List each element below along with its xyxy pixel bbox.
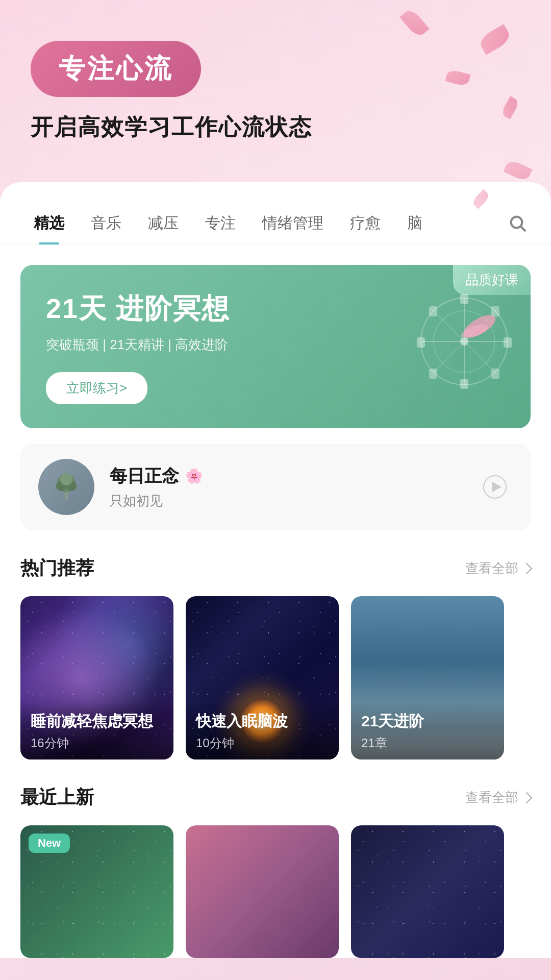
- hot-card-2-image: 快速入眠脑波 10分钟: [186, 596, 339, 760]
- recent-card-3[interactable]: [351, 825, 504, 958]
- daily-mindfulness-card[interactable]: 每日正念 🌸 只如初见: [20, 444, 531, 530]
- main-card: 精选 音乐 减压 专注 情绪管理 疗愈 脑 品质好课 21天 进阶冥想 突破瓶颈…: [0, 182, 551, 958]
- hot-card-3[interactable]: 21天进阶 21章: [351, 596, 504, 760]
- recent-card-2[interactable]: [186, 825, 339, 958]
- hero-badge: 专注心流: [31, 41, 201, 97]
- tab-jingxuan[interactable]: 精选: [20, 203, 78, 244]
- search-button[interactable]: [505, 211, 531, 236]
- hero-section: 专注心流 开启高效学习工作心流状态: [0, 0, 551, 162]
- banner-decoration: [413, 280, 515, 413]
- tab-navigation: 精选 音乐 减压 专注 情绪管理 疗愈 脑: [0, 203, 551, 244]
- tab-music[interactable]: 音乐: [78, 203, 135, 244]
- search-icon: [508, 213, 528, 234]
- svg-point-23: [60, 473, 72, 485]
- svg-point-16: [460, 337, 468, 346]
- hot-card-3-image: 21天进阶 21章: [351, 596, 504, 760]
- new-badge: New: [29, 834, 70, 853]
- svg-rect-13: [491, 306, 499, 316]
- svg-rect-10: [417, 337, 425, 348]
- petal-icon: 🌸: [185, 468, 203, 484]
- stars-deep-overlay: [351, 825, 504, 958]
- svg-rect-12: [429, 306, 437, 316]
- hero-subtitle: 开启高效学习工作心流状态: [31, 112, 520, 141]
- hot-section-header: 热门推荐 查看全部: [0, 556, 551, 581]
- recent-section-header: 最近上新 查看全部: [0, 785, 551, 810]
- svg-line-1: [521, 227, 525, 231]
- recent-section-title: 最近上新: [20, 785, 94, 810]
- tab-heal[interactable]: 疗愈: [337, 203, 394, 244]
- svg-rect-14: [491, 369, 499, 379]
- banner-cta-button[interactable]: 立即练习>: [46, 372, 147, 404]
- hot-card-2-label: 快速入眠脑波 10分钟: [186, 701, 339, 760]
- recent-card-1[interactable]: New: [20, 825, 173, 958]
- play-button[interactable]: [477, 469, 513, 505]
- play-icon: [482, 474, 508, 500]
- hot-card-1-duration: 16分钟: [31, 735, 163, 751]
- hot-card-3-duration: 21章: [361, 735, 494, 751]
- hot-card-2-title: 快速入眠脑波: [196, 711, 329, 732]
- hot-card-1[interactable]: 睡前减轻焦虑冥想 16分钟: [20, 596, 173, 760]
- daily-avatar: [38, 459, 94, 515]
- chevron-right-icon-2: [521, 792, 533, 803]
- hot-section-more[interactable]: 查看全部: [465, 559, 531, 577]
- tab-brain[interactable]: 脑: [394, 203, 436, 244]
- svg-rect-8: [460, 294, 468, 304]
- tree-icon: [51, 472, 82, 502]
- recent-card-2-image: [186, 825, 339, 958]
- hot-card-1-title: 睡前减轻焦虑冥想: [31, 711, 163, 732]
- hot-card-2[interactable]: 快速入眠脑波 10分钟: [186, 596, 339, 760]
- chevron-right-icon: [521, 562, 533, 574]
- tab-emotion[interactable]: 情绪管理: [249, 203, 337, 244]
- daily-info: 每日正念 🌸 只如初见: [110, 464, 462, 510]
- svg-rect-11: [504, 337, 512, 348]
- recent-cards-list: New: [0, 825, 551, 958]
- recent-card-3-image: [351, 825, 504, 958]
- hot-card-3-title: 21天进阶: [361, 711, 494, 732]
- daily-subtitle: 只如初见: [110, 492, 462, 510]
- banner[interactable]: 品质好课 21天 进阶冥想 突破瓶颈 | 21天精讲 | 高效进阶 立即练习>: [20, 265, 531, 428]
- hot-card-1-label: 睡前减轻焦虑冥想 16分钟: [20, 701, 173, 760]
- daily-title: 每日正念 🌸: [110, 464, 462, 488]
- tab-stress[interactable]: 减压: [135, 203, 192, 244]
- recent-section-more[interactable]: 查看全部: [465, 789, 531, 806]
- hot-cards-list: 睡前减轻焦虑冥想 16分钟 快速入眠脑波 10分钟 21天进阶 21章: [0, 596, 551, 760]
- svg-marker-25: [492, 482, 500, 492]
- svg-rect-15: [429, 369, 437, 379]
- hot-card-2-duration: 10分钟: [196, 735, 329, 751]
- tab-focus[interactable]: 专注: [192, 203, 249, 244]
- hot-section-title: 热门推荐: [20, 556, 94, 581]
- svg-point-0: [511, 216, 522, 228]
- hot-card-1-image: 睡前减轻焦虑冥想 16分钟: [20, 596, 173, 760]
- svg-rect-9: [460, 379, 468, 389]
- hot-card-3-label: 21天进阶 21章: [351, 701, 504, 760]
- recent-card-1-image: New: [20, 825, 173, 958]
- petal-decoration-5: [503, 159, 532, 183]
